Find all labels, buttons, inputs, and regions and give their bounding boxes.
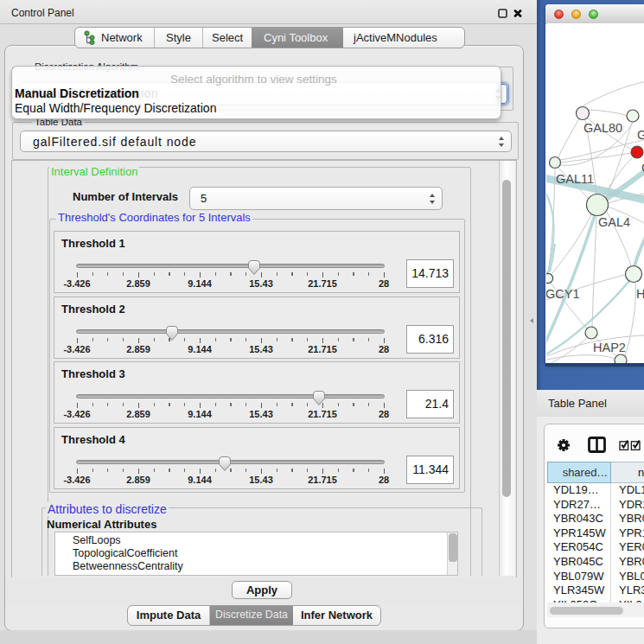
svg-text:GAL11: GAL11 [556, 172, 594, 186]
svg-text:GCY1: GCY1 [546, 287, 580, 301]
svg-text:GAL4: GAL4 [598, 215, 630, 229]
svg-text:GAL80: GAL80 [583, 121, 622, 135]
svg-text:HAP2: HAP2 [593, 341, 626, 354]
svg-text:H: H [636, 287, 644, 301]
svg-text:G.: G. [637, 128, 644, 142]
